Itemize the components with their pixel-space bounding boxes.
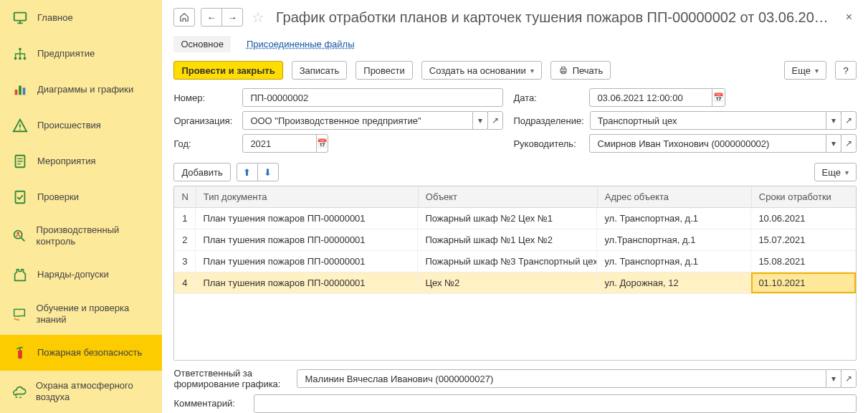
- cell-doc: План тушения пожаров ПП-00000001: [196, 272, 418, 293]
- nav-back-button[interactable]: ←: [201, 8, 222, 27]
- nav-button-group: ← →: [201, 8, 243, 27]
- cell-n: 2: [174, 229, 196, 250]
- sidebar-item-prodcontrol[interactable]: Производственный контроль: [0, 215, 162, 257]
- more-button[interactable]: Еще: [784, 61, 826, 80]
- cell-date: 15.07.2021: [751, 229, 856, 250]
- sidebar: Главное Предприятие Диаграммы и графики …: [0, 0, 162, 413]
- clipboard-list-icon: [11, 153, 29, 170]
- post-and-close-button[interactable]: Провести и закрыть: [173, 61, 282, 80]
- cell-obj: Пожарный шкаф №2 Цех №1: [418, 208, 597, 229]
- arrow-left-icon: ←: [206, 12, 216, 23]
- cell-addr: ул. Транспортная, д.1: [597, 251, 751, 272]
- sidebar-items: Главное Предприятие Диаграммы и графики …: [0, 0, 162, 413]
- dept-dropdown-button[interactable]: ▾: [826, 111, 841, 130]
- print-button[interactable]: Печать: [550, 61, 611, 80]
- org-input[interactable]: [242, 111, 473, 130]
- cell-n: 1: [174, 208, 196, 229]
- table-row[interactable]: 3План тушения пожаров ПП-00000001Пожарны…: [174, 251, 856, 272]
- tab-attached-files[interactable]: Присоединенные файлы: [247, 39, 355, 49]
- sidebar-item-label: Мероприятия: [37, 156, 153, 167]
- add-row-button[interactable]: Добавить: [173, 163, 230, 181]
- save-button[interactable]: Записать: [292, 61, 348, 80]
- cell-date: 15.08.2021: [751, 251, 856, 272]
- bar-chart-icon: [11, 81, 29, 98]
- cell-doc: План тушения пожаров ПП-00000001: [196, 208, 418, 229]
- magnifier-person-icon: [11, 227, 28, 245]
- create-based-on-button[interactable]: Создать на основании: [421, 61, 542, 80]
- col-header-n[interactable]: N: [174, 186, 196, 207]
- monitor-icon: [11, 9, 29, 27]
- close-button[interactable]: ×: [841, 11, 857, 24]
- sidebar-item-permits[interactable]: Наряды-допуски: [0, 257, 162, 293]
- org-tree-icon: [11, 45, 29, 62]
- plans-table: N Тип документа Объект Адрес объекта Сро…: [173, 186, 857, 361]
- year-input[interactable]: [242, 134, 317, 153]
- table-body: 1План тушения пожаров ПП-00000001Пожарны…: [174, 208, 856, 360]
- open-icon: ↗: [845, 115, 852, 125]
- date-input[interactable]: [589, 88, 712, 107]
- sidebar-item-checks[interactable]: Проверки: [0, 179, 162, 215]
- sidebar-item-training[interactable]: Обучение и проверка знаний: [0, 293, 162, 336]
- svg-point-1: [19, 48, 22, 51]
- header-bar: ← → ☆ График отработки планов и карточек…: [173, 6, 857, 29]
- arrow-right-icon: →: [227, 12, 237, 23]
- sidebar-item-label: Диаграммы и графики: [37, 84, 153, 95]
- col-header-date[interactable]: Сроки отработки: [752, 186, 856, 207]
- sidebar-item-events[interactable]: Мероприятия: [0, 143, 162, 179]
- sidebar-item-label: Главное: [37, 12, 153, 24]
- arrow-down-icon: ⬇: [264, 167, 272, 178]
- responsible-input[interactable]: [297, 369, 826, 388]
- svg-rect-6: [19, 86, 22, 95]
- cell-doc: План тушения пожаров ПП-00000001: [196, 229, 418, 250]
- move-up-button[interactable]: ⬆: [237, 163, 258, 181]
- dept-open-button[interactable]: ↗: [841, 111, 857, 130]
- table-row[interactable]: 2План тушения пожаров ПП-00000001Пожарны…: [174, 229, 856, 251]
- sidebar-item-label: Проверки: [37, 191, 153, 203]
- svg-rect-5: [15, 90, 18, 95]
- number-input[interactable]: [242, 88, 503, 107]
- responsible-dropdown-button[interactable]: ▾: [826, 369, 841, 388]
- year-picker-button[interactable]: 📅: [316, 134, 328, 153]
- col-header-obj[interactable]: Объект: [419, 186, 598, 207]
- sidebar-item-fire-safety[interactable]: Пожарная безопасность: [0, 335, 162, 371]
- star-icon: ☆: [252, 9, 264, 25]
- home-button[interactable]: [173, 8, 194, 27]
- main-area: ← → ☆ График отработки планов и карточек…: [162, 0, 868, 413]
- sidebar-item-air[interactable]: Охрана атмосферного воздуха: [0, 371, 162, 413]
- chevron-down-icon: ▾: [831, 138, 836, 148]
- svg-point-3: [19, 57, 22, 60]
- command-bar: Провести и закрыть Записать Провести Соз…: [173, 61, 857, 88]
- cell-addr: ул. Транспортная, д.1: [597, 208, 751, 229]
- open-icon: ↗: [492, 115, 499, 125]
- dept-input[interactable]: [590, 111, 826, 130]
- svg-point-2: [14, 57, 17, 60]
- move-down-button[interactable]: ⬇: [257, 163, 279, 181]
- sidebar-item-main[interactable]: Главное: [0, 0, 162, 36]
- table-row[interactable]: 4План тушения пожаров ПП-00000001Цех №2у…: [174, 272, 856, 294]
- sidebar-item-enterprise[interactable]: Предприятие: [0, 36, 162, 72]
- favorite-toggle[interactable]: ☆: [249, 9, 267, 26]
- comment-input[interactable]: [254, 394, 857, 413]
- manager-input[interactable]: [589, 134, 826, 153]
- sidebar-item-incidents[interactable]: Происшествия: [0, 108, 162, 143]
- col-header-doc[interactable]: Тип документа: [196, 186, 419, 207]
- nav-forward-button[interactable]: →: [221, 8, 243, 27]
- table-more-button[interactable]: Еще: [814, 163, 857, 181]
- help-button[interactable]: ?: [835, 61, 857, 80]
- manager-open-button[interactable]: ↗: [841, 134, 857, 153]
- post-button[interactable]: Провести: [356, 61, 413, 80]
- org-dropdown-button[interactable]: ▾: [472, 111, 488, 130]
- col-header-addr[interactable]: Адрес объекта: [598, 186, 752, 207]
- comment-label: Комментарий:: [173, 398, 245, 409]
- date-picker-button[interactable]: 📅: [712, 88, 726, 107]
- home-icon: [179, 12, 189, 22]
- cloud-icon: [11, 383, 27, 400]
- tab-main[interactable]: Основное: [173, 36, 231, 52]
- org-open-button[interactable]: ↗: [487, 111, 503, 130]
- table-row[interactable]: 1План тушения пожаров ПП-00000001Пожарны…: [174, 208, 856, 229]
- chevron-down-icon: ▾: [831, 115, 836, 125]
- chevron-down-icon: ▾: [831, 374, 836, 384]
- manager-dropdown-button[interactable]: ▾: [826, 134, 841, 153]
- sidebar-item-charts[interactable]: Диаграммы и графики: [0, 72, 162, 108]
- responsible-open-button[interactable]: ↗: [841, 369, 857, 388]
